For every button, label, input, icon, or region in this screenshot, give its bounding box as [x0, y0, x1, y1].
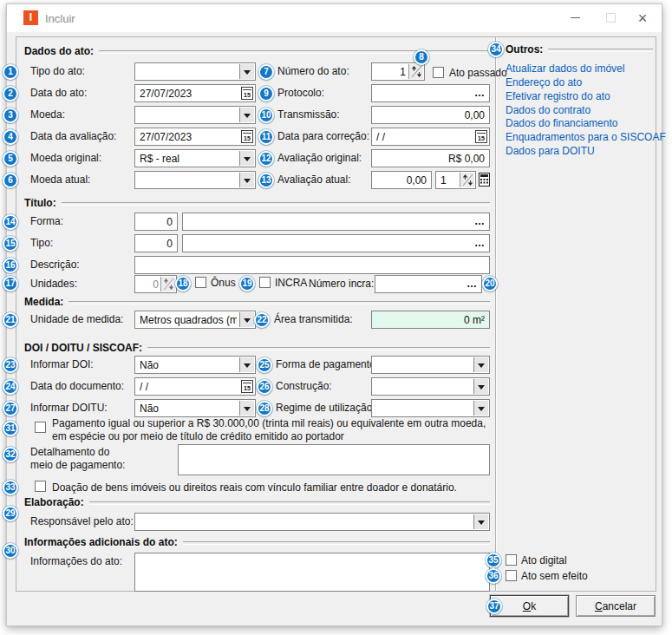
calculator-icon[interactable] [479, 173, 490, 187]
numero-do-ato-spinner[interactable]: 1 [371, 62, 425, 81]
pagamento-superior-checkbox[interactable] [35, 422, 46, 433]
ellipsis-button[interactable]: … [466, 276, 478, 291]
informar-doi-select[interactable]: Não [134, 356, 256, 374]
calendar-icon[interactable]: 15 [475, 130, 487, 143]
data-do-documento-field[interactable]: / / 15 [134, 377, 256, 396]
moeda-atual-label: Moeda atual: [30, 173, 90, 186]
chevron-down-icon [239, 173, 254, 187]
data-da-avaliacao-field[interactable]: 27/07/2023 15 [134, 128, 256, 146]
close-button[interactable]: × [623, 4, 662, 31]
ato-sem-efeito-checkbox[interactable] [506, 570, 517, 581]
data-para-correcao-field[interactable]: / / 15 [371, 128, 490, 146]
tipo-do-ato-select[interactable] [134, 62, 256, 81]
construcao-select[interactable] [371, 377, 490, 396]
cancel-button[interactable]: Cancelar [576, 595, 656, 617]
unidades-spinner[interactable]: 0 [134, 275, 177, 293]
tipo-code-field[interactable]: 0 [134, 234, 178, 252]
protocolo-field[interactable]: … [371, 84, 490, 102]
informacoes-do-ato-field[interactable] [134, 553, 490, 592]
unidade-de-medida-select[interactable]: Metros quadrados (m²) [134, 311, 256, 329]
ato-sem-efeito-label: Ato sem efeito [521, 570, 588, 582]
chevron-down-icon [473, 401, 488, 416]
spin-up-down-icon[interactable] [160, 277, 175, 291]
annotation-badge-36: 36 [486, 568, 501, 584]
annotation-badge-20: 20 [482, 276, 498, 291]
section-rule [548, 49, 653, 52]
chevron-down-icon [473, 357, 488, 372]
data-da-avaliacao-label: Data da avaliação: [30, 130, 116, 142]
link-enquadramentos-para-o-siscoaf[interactable]: Enquadramentos para o SISCOAF [506, 131, 666, 143]
tipo-field[interactable]: … [182, 234, 490, 252]
transmissao-field[interactable]: 0,00 [371, 106, 490, 124]
section-title: Informações adicionais do ato: [24, 536, 178, 548]
detalhamento-field[interactable] [178, 444, 490, 475]
annotation-badge-25: 25 [257, 357, 272, 373]
section-title: Medida: [24, 296, 63, 308]
avaliacao-atual-field[interactable]: 0,00 [371, 171, 432, 189]
onus-checkbox[interactable] [195, 277, 206, 288]
onus-label: Ônus [211, 277, 236, 289]
ato-passado-checkbox[interactable] [433, 67, 444, 78]
window-title: Incluir [45, 12, 75, 25]
link-dados-para-doitu[interactable]: Dados para DOITU [506, 145, 595, 157]
section-rule [183, 541, 490, 545]
ato-passado-label: Ato passado [449, 67, 507, 79]
ok-rest: k [531, 600, 536, 612]
incra-checkbox[interactable] [259, 277, 271, 288]
unidade-de-medida-value: Metros quadrados (m²) [140, 314, 237, 326]
annotation-badge-29: 29 [3, 506, 18, 521]
annotation-badge-7: 7 [258, 64, 274, 80]
calendar-icon[interactable]: 15 [241, 87, 253, 100]
link-atualizar-dados-do-imovel[interactable]: Atualizar dados do imóvel [506, 62, 624, 75]
forma-code-field[interactable]: 0 [134, 213, 178, 231]
annotation-badge-34: 34 [488, 42, 504, 57]
moeda-atual-select[interactable] [134, 171, 256, 189]
minimize-button[interactable] [556, 4, 594, 31]
doacao-checkbox[interactable] [35, 481, 46, 492]
informar-doi-label: Informar DOI: [30, 358, 94, 370]
incra-label: INCRA [275, 277, 307, 289]
ellipsis-button[interactable]: … [474, 85, 486, 100]
data-para-correcao-value: / / [376, 131, 472, 143]
link-dados-do-financiamento[interactable]: Dados do financiamento [506, 117, 617, 129]
responsavel-select[interactable] [134, 513, 490, 531]
spin-up-down-icon[interactable] [408, 64, 423, 79]
moeda-select[interactable] [134, 106, 256, 124]
avaliacao-atual-indice-spinner[interactable]: 1 [435, 171, 476, 189]
numero-incra-label: Número incra: [309, 278, 374, 290]
link-efetivar-registro-do-ato[interactable]: Efetivar registro do ato [506, 90, 610, 102]
data-do-documento-value: / / [140, 381, 238, 393]
unidades-value: 0 [140, 278, 159, 291]
ellipsis-button[interactable]: … [474, 235, 486, 250]
moeda-original-select[interactable]: R$ - real [134, 149, 256, 167]
annotation-badge-26: 26 [257, 379, 272, 395]
ato-digital-checkbox[interactable] [506, 554, 517, 566]
calendar-icon[interactable]: 15 [241, 380, 253, 393]
avaliacao-original-field[interactable]: R$ 0,00 [371, 149, 490, 167]
data-do-ato-field[interactable]: 27/07/2023 15 [134, 84, 256, 102]
calendar-icon[interactable]: 15 [241, 130, 253, 143]
link-endereco-do-ato[interactable]: Endereço do ato [506, 76, 582, 88]
annotation-badge-16: 16 [3, 258, 18, 273]
regime-de-utilizacao-select[interactable] [371, 399, 490, 417]
numero-incra-field[interactable]: … [375, 275, 482, 293]
regime-de-utilizacao-label: Regime de utilização: [276, 402, 375, 414]
spin-up-down-icon[interactable] [460, 173, 474, 187]
link-dados-do-contrato[interactable]: Dados do contrato [506, 104, 590, 116]
forma-field[interactable]: … [182, 213, 490, 231]
annotation-badge-9: 9 [258, 86, 274, 101]
annotation-badge-33: 33 [3, 480, 18, 495]
data-da-avaliacao-value: 27/07/2023 [140, 131, 238, 143]
area-transmitida-field[interactable]: 0 m² [371, 311, 490, 329]
annotation-badge-6: 6 [3, 173, 18, 188]
ellipsis-button[interactable]: … [474, 213, 486, 228]
section-medida: Medida: [24, 296, 490, 308]
chevron-down-icon [239, 64, 254, 79]
annotation-badge-31: 31 [3, 421, 18, 436]
descricao-field[interactable] [134, 256, 490, 274]
chevron-down-icon [473, 514, 488, 529]
unidade-de-medida-label: Unidade de medida: [30, 313, 123, 325]
data-para-correcao-label: Data para correção: [277, 130, 369, 142]
forma-de-pagamento-select[interactable] [371, 356, 490, 374]
informar-doitu-select[interactable]: Não [134, 399, 256, 417]
